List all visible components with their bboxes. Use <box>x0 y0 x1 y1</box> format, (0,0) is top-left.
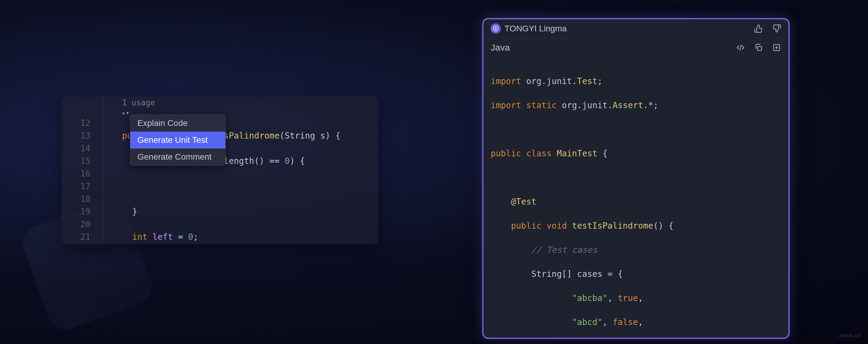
code-token: String[] cases = { <box>491 269 623 279</box>
line-number: 15 <box>62 155 102 167</box>
line-number: 14 <box>62 142 102 155</box>
line-number: 17 <box>62 180 102 193</box>
gutter-border <box>102 96 103 244</box>
thumbs-down-icon[interactable] <box>772 24 781 33</box>
code-token: import <box>491 76 521 86</box>
code-token: () { <box>653 221 673 231</box>
code-token: , <box>638 293 643 303</box>
menu-generate-unit-test[interactable]: Generate Unit Test <box>130 132 225 149</box>
line-gutter: 12 13 14 15 16 17 18 19 20 21 <box>62 117 102 243</box>
code-token: isPalindrome <box>218 131 279 141</box>
code-token: 0 <box>284 156 290 166</box>
code-token: false <box>613 317 638 327</box>
code-token: int <box>132 232 148 242</box>
code-token: // Test cases <box>491 245 597 255</box>
line-number: 19 <box>62 206 102 218</box>
code-token: "abcba" <box>491 293 608 303</box>
generated-code[interactable]: import org.junit.Test; import static org… <box>484 57 788 339</box>
insert-code-icon[interactable] <box>736 43 745 52</box>
assistant-title: TONGYI Lingma <box>504 24 567 33</box>
line-number: 18 <box>62 193 102 206</box>
assistant-header: TONGYI Lingma <box>484 19 788 38</box>
code-token: 0 <box>188 232 193 242</box>
code-token: public <box>491 149 521 158</box>
language-bar: Java <box>484 38 788 57</box>
line-number: 16 <box>62 167 102 180</box>
menu-explain-code[interactable]: Explain Code <box>130 115 225 132</box>
ai-badge-icon[interactable]: ✦▾ <box>121 109 130 117</box>
code-token: org.junit. <box>557 100 613 110</box>
svg-rect-1 <box>757 46 762 51</box>
code-token: import <box>491 100 521 110</box>
code-token: void <box>541 221 567 231</box>
assistant-title-group: TONGYI Lingma <box>491 24 567 34</box>
code-token: class <box>521 149 552 158</box>
code-actions-menu: Explain Code Generate Unit Test Generate… <box>130 115 226 166</box>
code-token: public <box>491 221 541 231</box>
copy-icon[interactable] <box>754 43 763 52</box>
code-token: (String s) { <box>280 131 341 141</box>
code-token: .*; <box>643 100 658 110</box>
code-token: { <box>597 149 608 158</box>
header-actions <box>754 24 781 33</box>
tongyi-logo-icon <box>491 24 501 34</box>
assistant-panel: TONGYI Lingma Java import org.junit.Test… <box>482 18 789 339</box>
code-token: ) { <box>290 156 305 166</box>
code-token: , <box>638 317 643 327</box>
code-editor-panel: 1 usage ✦▾ 12 13 14 15 16 17 18 19 20 21… <box>62 96 378 244</box>
code-token: @Test <box>491 197 536 207</box>
new-file-icon[interactable] <box>772 43 781 52</box>
thumbs-up-icon[interactable] <box>754 24 763 33</box>
code-token: MainTest <box>552 149 597 158</box>
line-number: 12 <box>62 117 102 129</box>
code-token: Assert <box>613 100 643 110</box>
watermark: znwx.cn <box>839 332 861 339</box>
code-token: , <box>608 293 618 303</box>
line-number: 20 <box>62 218 102 231</box>
code-token: length() == <box>224 156 284 166</box>
code-toolbar <box>736 43 781 52</box>
code-token: left <box>147 232 173 242</box>
code-token: ; <box>193 232 198 242</box>
code-token: "abcd" <box>491 317 602 327</box>
code-token: org.junit. <box>521 76 577 86</box>
code-token: static <box>521 100 557 110</box>
menu-generate-comment[interactable]: Generate Comment <box>130 149 225 165</box>
code-token: = <box>173 232 188 242</box>
line-number: 21 <box>62 231 102 243</box>
code-token: ; <box>597 76 602 86</box>
code-token: , <box>602 317 613 327</box>
code-token: Test <box>577 76 597 86</box>
code-token: testIsPalindrome <box>567 221 653 231</box>
line-number: 13 <box>62 129 102 142</box>
code-token: } <box>132 207 137 217</box>
code-token: true <box>618 293 638 303</box>
language-label: Java <box>491 42 510 53</box>
usage-label: 1 usage <box>122 98 155 107</box>
